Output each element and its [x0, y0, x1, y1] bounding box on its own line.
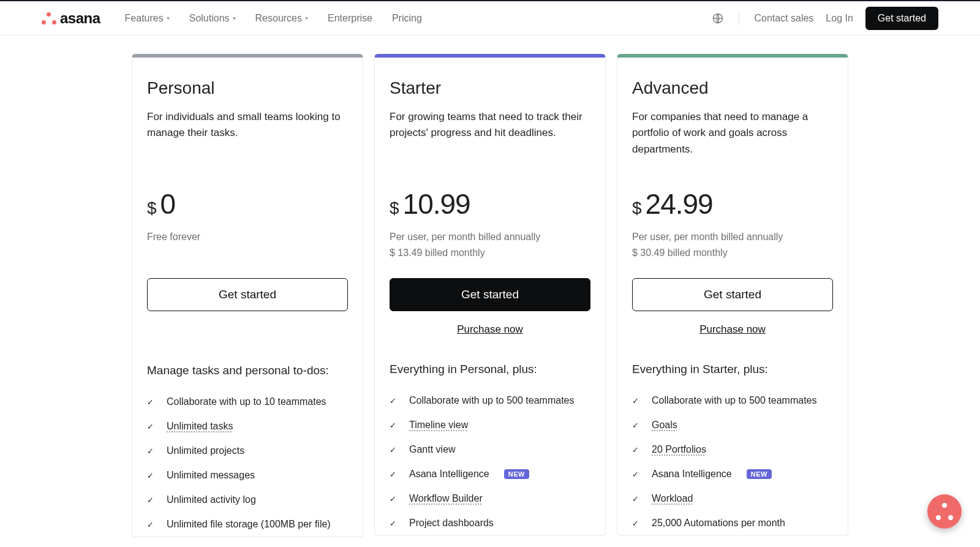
- nav-pricing[interactable]: Pricing: [392, 13, 422, 24]
- feature-text: Unlimited tasks: [167, 421, 233, 432]
- price-amount: 24.99: [646, 187, 713, 221]
- nav-label: Enterprise: [328, 13, 372, 24]
- feature-item: ✓Unlimited tasks: [147, 414, 348, 439]
- price-note-line2: $ 13.49 billed monthly: [390, 245, 590, 261]
- nav-resources[interactable]: Resources ▾: [255, 13, 308, 24]
- login-link[interactable]: Log In: [826, 13, 853, 24]
- feature-text: Unlimited activity log: [167, 494, 256, 505]
- nav-features[interactable]: Features ▾: [125, 13, 170, 24]
- check-icon: ✓: [390, 494, 398, 504]
- check-icon: ✓: [632, 470, 641, 479]
- price-note-line1: Per user, per month billed annually: [390, 229, 590, 245]
- new-badge: NEW: [747, 469, 772, 479]
- globe-icon[interactable]: [712, 12, 724, 25]
- nav-label: Solutions: [189, 13, 230, 24]
- feature-text: Asana Intelligence: [409, 469, 489, 480]
- tier-card-advanced: Advanced For companies that need to mana…: [617, 54, 848, 536]
- tier-price: $ 10.99: [390, 187, 590, 221]
- logo-text: asana: [60, 10, 100, 27]
- price-note-line2: $ 30.49 billed monthly: [632, 245, 833, 261]
- currency-symbol: $: [632, 198, 642, 218]
- feature-item: ✓Asana IntelligenceNEW: [390, 462, 590, 486]
- check-icon: ✓: [147, 398, 156, 407]
- nav-label: Pricing: [392, 13, 422, 24]
- purchase-now-link-advanced[interactable]: Purchase now: [632, 323, 833, 336]
- feature-list-advanced: ✓Collaborate with up to 500 teammates✓Go…: [632, 388, 833, 535]
- check-icon: ✓: [147, 520, 156, 529]
- tier-card-starter: Starter For growing teams that need to t…: [374, 54, 606, 536]
- check-icon: ✓: [632, 494, 641, 504]
- nav-right: Contact sales Log In Get started: [712, 7, 938, 30]
- chevron-down-icon: ▾: [305, 15, 308, 21]
- tier-description: For companies that need to manage a port…: [632, 109, 833, 158]
- check-icon: ✓: [147, 496, 156, 505]
- price-amount: 10.99: [403, 187, 470, 221]
- price-note: Per user, per month billed annually $ 13…: [390, 229, 590, 261]
- feature-text: Asana Intelligence: [652, 469, 732, 480]
- feature-item: ✓Workflow Builder: [390, 486, 590, 511]
- feature-item: ✓Unlimited projects: [147, 439, 348, 463]
- check-icon: ✓: [390, 421, 398, 430]
- feature-text: Workflow Builder: [409, 493, 483, 504]
- feature-item: ✓Gantt view: [390, 437, 590, 462]
- feature-text: Goals: [652, 420, 677, 431]
- tier-price: $ 0: [147, 187, 348, 221]
- check-icon: ✓: [390, 470, 398, 479]
- chevron-down-icon: ▾: [167, 15, 170, 21]
- nav-solutions[interactable]: Solutions ▾: [189, 13, 236, 24]
- logo[interactable]: asana: [42, 10, 100, 27]
- feature-text: Project dashboards: [409, 518, 494, 529]
- new-badge: NEW: [504, 469, 529, 479]
- nav-enterprise[interactable]: Enterprise: [328, 13, 372, 24]
- feature-item: ✓Unlimited messages: [147, 463, 348, 488]
- get-started-button-starter[interactable]: Get started: [390, 278, 590, 311]
- price-note-line1: Free forever: [147, 229, 348, 245]
- feature-item: ✓Timeline view: [390, 413, 590, 437]
- spacer: [147, 311, 348, 337]
- currency-symbol: $: [390, 198, 399, 218]
- feature-text: Unlimited messages: [167, 470, 255, 481]
- check-icon: ✓: [390, 519, 398, 528]
- nav-links: Features ▾ Solutions ▾ Resources ▾ Enter…: [125, 13, 422, 24]
- feature-list-personal: ✓Collaborate with up to 10 teammates✓Unl…: [147, 390, 348, 537]
- nav-label: Resources: [255, 13, 302, 24]
- tier-description: For growing teams that need to track the…: [390, 109, 590, 158]
- nav-label: Features: [125, 13, 164, 24]
- feature-item: ✓Collaborate with up to 500 teammates: [632, 388, 833, 413]
- feature-item: ✓Collaborate with up to 10 teammates: [147, 390, 348, 414]
- get-started-button-advanced[interactable]: Get started: [632, 278, 833, 311]
- price-note: Per user, per month billed annually $ 30…: [632, 229, 833, 261]
- tier-name: Advanced: [632, 78, 833, 98]
- feature-text: Collaborate with up to 10 teammates: [167, 396, 326, 407]
- check-icon: ✓: [632, 396, 641, 406]
- purchase-now-link-starter[interactable]: Purchase now: [390, 323, 590, 336]
- feature-item: ✓Workload: [632, 486, 833, 511]
- feature-item: ✓Project dashboards: [390, 511, 590, 535]
- feature-text: Timeline view: [409, 420, 468, 431]
- price-note: Free forever: [147, 229, 348, 261]
- tier-name: Starter: [390, 78, 590, 98]
- feature-heading: Manage tasks and personal to-dos:: [147, 364, 348, 377]
- pricing-cards: Personal For individuals and small teams…: [0, 36, 980, 537]
- price-amount: 0: [160, 187, 176, 221]
- get-started-nav-button[interactable]: Get started: [865, 7, 938, 30]
- feature-item: ✓Unlimited file storage (100MB per file): [147, 512, 348, 537]
- feature-item: ✓Asana IntelligenceNEW: [632, 462, 833, 486]
- check-icon: ✓: [632, 421, 641, 430]
- feature-text: Collaborate with up to 500 teammates: [409, 395, 574, 406]
- feature-heading: Everything in Starter, plus:: [632, 363, 833, 376]
- feature-text: Unlimited file storage (100MB per file): [167, 519, 331, 530]
- divider: [739, 12, 739, 25]
- check-icon: ✓: [147, 447, 156, 456]
- feature-item: ✓Collaborate with up to 500 teammates: [390, 388, 590, 413]
- feature-item: ✓Unlimited activity log: [147, 488, 348, 512]
- feature-heading: Everything in Personal, plus:: [390, 363, 590, 376]
- check-icon: ✓: [390, 396, 398, 406]
- contact-sales-link[interactable]: Contact sales: [754, 13, 813, 24]
- get-started-button-personal[interactable]: Get started: [147, 278, 348, 311]
- feature-text: Collaborate with up to 500 teammates: [652, 395, 816, 406]
- check-icon: ✓: [632, 519, 641, 528]
- top-nav: asana Features ▾ Solutions ▾ Resources ▾…: [0, 1, 980, 36]
- check-icon: ✓: [147, 422, 156, 431]
- help-fab-button[interactable]: [927, 494, 962, 529]
